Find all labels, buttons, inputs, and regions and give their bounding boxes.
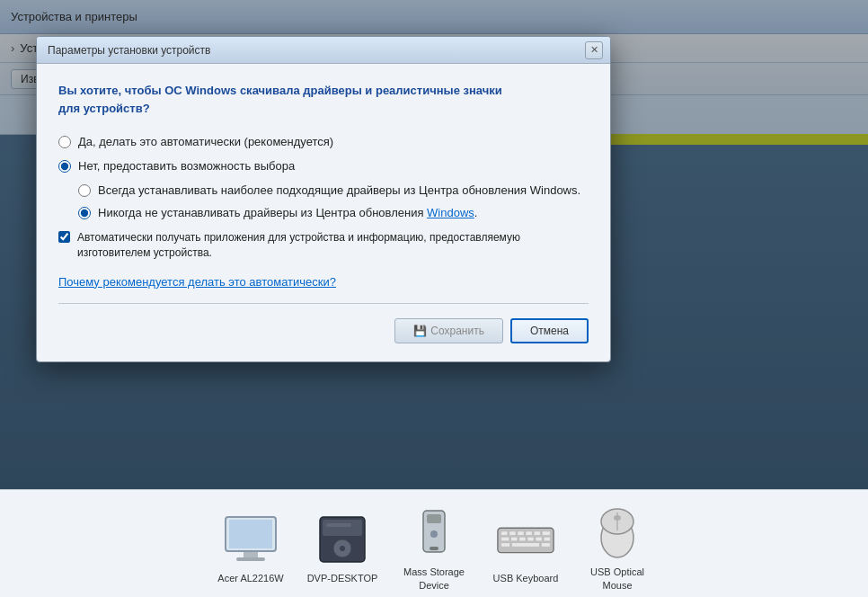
dvd-svg	[319, 516, 366, 563]
checkbox-auto-apps-label: Автоматически получать приложения для ус…	[77, 230, 589, 261]
svg-point-12	[430, 530, 438, 538]
sub-never-label: Никогда не устанавливать драйверы из Цен…	[98, 206, 477, 219]
radio-yes[interactable]	[58, 136, 71, 148]
svg-rect-10	[427, 514, 441, 523]
svg-rect-5	[323, 520, 362, 536]
checkbox-auto-apps-input[interactable]	[58, 231, 70, 243]
svg-rect-28	[541, 543, 550, 548]
svg-rect-8	[326, 523, 351, 527]
dialog-titlebar: Параметры установки устройств ✕	[37, 37, 610, 64]
dialog-content: Вы хотите, чтобы ОС Windows скачивала др…	[37, 64, 610, 361]
svg-rect-25	[544, 538, 550, 542]
keyboard-svg	[497, 521, 554, 557]
dialog-close-button[interactable]: ✕	[585, 41, 603, 59]
usb-storage-label: Mass Storage Device	[394, 566, 474, 592]
svg-rect-24	[536, 538, 542, 542]
checkbox-auto-apps: Автоматически получать приложения для ус…	[58, 230, 589, 261]
sub-never-text1: Никогда не устанавливать драйверы из Цен…	[98, 206, 427, 219]
why-link-container: Почему рекомендуется делать это автомати…	[58, 275, 589, 289]
monitor-icon	[222, 511, 279, 568]
radio-never[interactable]	[78, 207, 91, 219]
dvd-icon	[314, 511, 371, 568]
svg-rect-20	[501, 538, 509, 542]
device-mouse[interactable]: USB Optical Mouse	[573, 501, 661, 595]
dialog-title: Параметры установки устройств	[48, 44, 210, 57]
mouse-svg	[598, 507, 637, 559]
radio-no[interactable]	[58, 160, 71, 173]
why-link[interactable]: Почему рекомендуется делать это автомати…	[58, 275, 336, 289]
mouse-icon	[589, 504, 646, 562]
svg-rect-27	[501, 543, 510, 548]
monitor-label: Acer AL2216W	[217, 572, 283, 584]
svg-rect-23	[527, 538, 534, 542]
svg-point-7	[340, 546, 345, 551]
device-usb-storage[interactable]: Mass Storage Device	[390, 501, 478, 595]
keyboard-label: USB Keyboard	[493, 572, 559, 584]
svg-rect-22	[519, 538, 526, 542]
sub-never-end: .	[474, 206, 478, 219]
dvd-label: DVP-DESKTOP	[307, 572, 378, 584]
monitor-svg	[224, 515, 278, 565]
sub-always-label: Всегда устанавливать наиболее подходящие…	[98, 183, 580, 197]
svg-rect-19	[542, 531, 550, 536]
sub-option-always: Всегда устанавливать наиболее подходящие…	[78, 183, 589, 197]
save-icon: 💾	[413, 325, 427, 337]
svg-rect-26	[511, 543, 539, 548]
option-yes: Да, делать это автоматически (рекомендуе…	[58, 135, 589, 148]
device-install-dialog: Параметры установки устройств ✕ Вы хотит…	[36, 36, 611, 362]
svg-rect-18	[534, 531, 540, 536]
usb-storage-svg	[420, 509, 448, 557]
devices-strip: Acer AL2216W DVP-DESKTOP Mass Storage De…	[0, 489, 868, 597]
device-monitor[interactable]: Acer AL2216W	[207, 507, 295, 588]
cancel-button[interactable]: Отмена	[510, 318, 589, 343]
svg-rect-21	[511, 538, 518, 542]
device-dvd[interactable]: DVP-DESKTOP	[298, 507, 386, 588]
mouse-label: USB Optical Mouse	[577, 566, 658, 592]
svg-rect-2	[244, 552, 258, 557]
question-windows-bold: Windows	[185, 84, 236, 97]
radio-always[interactable]	[78, 184, 91, 197]
svg-rect-15	[509, 531, 516, 536]
dialog-question: Вы хотите, чтобы ОС Windows скачивала др…	[58, 82, 589, 117]
option-no: Нет, предоставить возможность выбора	[58, 159, 589, 173]
dialog-buttons: 💾 Сохранить Отмена	[58, 318, 589, 343]
option-no-label: Нет, предоставить возможность выбора	[78, 159, 295, 173]
svg-rect-3	[236, 557, 265, 561]
dialog-divider	[58, 303, 589, 304]
option-yes-label: Да, делать это автоматически (рекомендуе…	[78, 135, 333, 148]
svg-rect-1	[229, 520, 272, 548]
question-text-1: Вы хотите, чтобы ОС	[58, 84, 185, 97]
usb-storage-icon	[405, 504, 463, 562]
sub-option-never: Никогда не устанавливать драйверы из Цен…	[78, 206, 589, 219]
svg-rect-11	[430, 547, 438, 550]
save-button: 💾 Сохранить	[394, 318, 503, 343]
sub-options: Всегда устанавливать наиболее подходящие…	[78, 183, 589, 219]
svg-rect-16	[518, 531, 524, 536]
keyboard-icon	[497, 511, 554, 568]
device-keyboard[interactable]: USB Keyboard	[482, 507, 570, 588]
save-label: Сохранить	[430, 325, 484, 337]
svg-point-32	[614, 515, 621, 521]
sub-never-link: Windows	[427, 206, 474, 219]
svg-rect-17	[526, 531, 532, 536]
svg-rect-14	[501, 531, 508, 536]
